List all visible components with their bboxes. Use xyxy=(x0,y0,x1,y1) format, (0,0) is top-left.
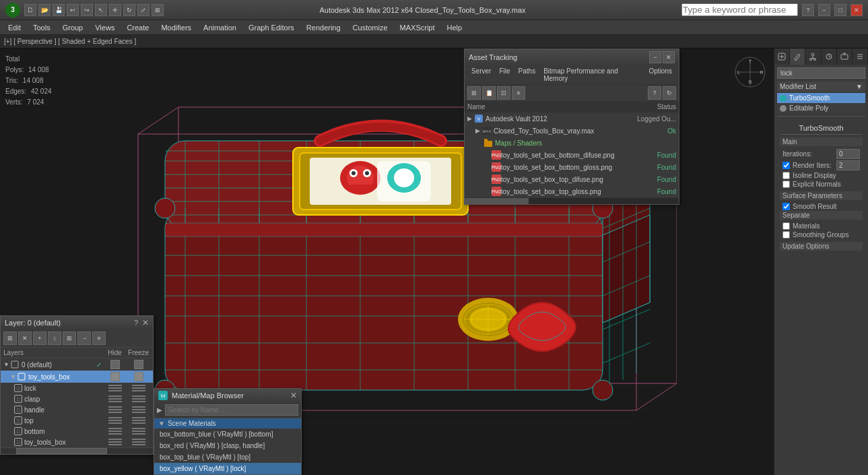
layer-hide-clasp[interactable] xyxy=(103,395,127,402)
rotate-icon[interactable]: ↻ xyxy=(123,4,135,16)
undo-icon[interactable]: ↩ xyxy=(67,4,79,16)
modifier-editable-poly[interactable]: Editable Poly xyxy=(777,103,865,113)
material-browser-close[interactable]: ✕ xyxy=(290,391,297,400)
minimize-button[interactable]: − xyxy=(818,4,830,16)
layer-freeze-ttb[interactable] xyxy=(127,372,150,381)
help-icon[interactable]: ? xyxy=(802,4,814,16)
menu-group[interactable]: Group xyxy=(57,22,89,33)
layer-add-btn[interactable]: + xyxy=(33,331,46,345)
menu-graph-editors[interactable]: Graph Editors xyxy=(243,22,300,33)
ts-isoline-check[interactable] xyxy=(782,172,790,179)
tab-modify[interactable] xyxy=(790,49,805,65)
ts-materials-check[interactable] xyxy=(782,222,790,230)
hide-box-default[interactable] xyxy=(110,360,120,369)
scale-icon[interactable]: ⤢ xyxy=(137,4,149,16)
layer-freeze-handle[interactable] xyxy=(127,406,150,413)
layer-delete-btn[interactable]: ✕ xyxy=(18,331,32,345)
layer-scrollbar-thumb[interactable] xyxy=(16,448,108,454)
layer-item-clasp[interactable]: □ clasp xyxy=(1,393,153,404)
at-item-vault[interactable]: ▶ V Autodesk Vault 2012 Logged Ou... xyxy=(465,113,679,125)
layer-item-ttb-obj[interactable]: □ toy_tools_box xyxy=(1,437,153,447)
tab-motion[interactable] xyxy=(822,49,837,65)
at-item-png-2[interactable]: PNG toy_tools_set_box_top_difuse.png Fou… xyxy=(465,173,679,185)
layer-dialog-help[interactable]: ? xyxy=(134,319,138,327)
layer-hide-lock[interactable] xyxy=(103,385,127,391)
layer-hide-bottom[interactable] xyxy=(103,428,127,435)
search-input[interactable] xyxy=(681,3,798,16)
at-btn-2[interactable]: 📋 xyxy=(482,86,496,100)
ts-smoothing-groups-check[interactable] xyxy=(782,231,790,239)
at-btn-3[interactable]: ⊡ xyxy=(497,86,510,100)
layer-hide-default[interactable] xyxy=(103,360,127,369)
close-button[interactable]: ✕ xyxy=(850,4,863,16)
at-btn-1[interactable]: ⊞ xyxy=(467,86,481,100)
layer-freeze-default[interactable] xyxy=(127,360,150,369)
layer-freeze-bottom[interactable] xyxy=(127,428,150,435)
freeze-box-ttb[interactable] xyxy=(134,372,143,381)
at-menu-options[interactable]: Options xyxy=(645,67,676,83)
layer-freeze-clasp[interactable] xyxy=(127,395,150,402)
modifier-turbosmooth[interactable]: TurboSmooth xyxy=(777,93,865,103)
new-file-icon[interactable]: 🗋 xyxy=(24,4,36,16)
menu-help[interactable]: Help xyxy=(442,22,468,33)
at-minimize-btn[interactable]: − xyxy=(649,51,661,63)
menu-views[interactable]: Views xyxy=(90,22,120,33)
select-icon[interactable]: ↖ xyxy=(95,4,107,16)
freeze-box-default[interactable] xyxy=(134,360,143,369)
layer-item-top[interactable]: □ top xyxy=(1,415,153,426)
layer-item-toy-tools-box[interactable]: ▼ toy_tools_box xyxy=(1,371,153,383)
layer-hide-ttb[interactable] xyxy=(103,372,127,381)
at-btn-help[interactable]: ? xyxy=(648,86,661,100)
asset-tracking-scrollbar[interactable] xyxy=(465,197,679,204)
at-close-btn[interactable]: ✕ xyxy=(663,51,675,63)
layer-dialog-close[interactable]: ✕ xyxy=(142,318,149,327)
move-icon[interactable]: ✛ xyxy=(109,4,121,16)
layer-select-obj-btn[interactable]: ↕ xyxy=(48,331,61,345)
layer-freeze-top[interactable] xyxy=(127,417,150,424)
material-search-input[interactable] xyxy=(165,404,298,416)
layer-item-lock[interactable]: □ lock xyxy=(1,383,153,393)
at-item-png-1[interactable]: PNG toy_tools_set_box_bottom_gloss.png F… xyxy=(465,161,679,173)
at-menu-paths[interactable]: Paths xyxy=(514,67,540,83)
tab-display[interactable] xyxy=(837,49,853,65)
layer-hide-handle[interactable] xyxy=(103,406,127,413)
menu-rendering[interactable]: Rendering xyxy=(301,22,346,33)
layer-item-default[interactable]: ▼ 0 (default) ✓ xyxy=(1,358,153,371)
open-file-icon[interactable]: 📂 xyxy=(38,4,51,16)
ts-iterations-input[interactable] xyxy=(836,149,860,159)
layer-select-all-btn[interactable]: ⊞ xyxy=(63,331,76,345)
tab-create[interactable] xyxy=(774,49,790,65)
save-icon[interactable]: 💾 xyxy=(53,4,65,16)
menu-maxscript[interactable]: MAXScript xyxy=(395,22,440,33)
ts-render-iters-input[interactable] xyxy=(836,160,860,170)
hide-box-ttb[interactable] xyxy=(110,372,120,381)
layer-props-btn[interactable]: ≡ xyxy=(92,331,106,345)
at-scrollbar-thumb[interactable] xyxy=(465,198,529,204)
tab-utilities[interactable] xyxy=(853,49,868,65)
tab-hierarchy[interactable] xyxy=(805,49,821,65)
menu-modifiers[interactable]: Modifiers xyxy=(156,22,197,33)
mat-item-0[interactable]: box_bottom_blue ( VRayMtl ) [bottom] xyxy=(154,429,301,440)
menu-customize[interactable]: Customize xyxy=(347,22,393,33)
menu-animation[interactable]: Animation xyxy=(198,22,242,33)
menu-create[interactable]: Create xyxy=(121,22,154,33)
menu-edit[interactable]: Edit xyxy=(3,22,26,33)
ts-render-iters-check[interactable] xyxy=(782,162,790,169)
mat-item-1[interactable]: box_red ( VRayMtl ) [clasp, handle] xyxy=(154,440,301,451)
menu-tools[interactable]: Tools xyxy=(28,22,56,33)
maximize-button[interactable]: □ xyxy=(834,4,846,16)
redo-icon[interactable]: ↪ xyxy=(81,4,93,16)
ts-smooth-result-check[interactable] xyxy=(782,203,790,210)
at-btn-refresh[interactable]: ↻ xyxy=(663,86,676,100)
at-item-max[interactable]: ▶ MAX Closed_Toy_Tools_Box_vray.max Ok xyxy=(465,125,679,137)
ref-coord-icon[interactable]: ⊞ xyxy=(152,4,164,16)
layer-item-handle[interactable]: □ handle xyxy=(1,404,153,415)
at-menu-server[interactable]: Server xyxy=(467,67,495,83)
layer-hide-ttb-obj[interactable] xyxy=(103,439,127,445)
at-menu-bitmap[interactable]: Bitmap Performance and Memory xyxy=(539,67,644,83)
modifier-search-input[interactable] xyxy=(777,67,865,79)
layer-horizontal-scrollbar[interactable] xyxy=(1,447,153,454)
at-item-png-3[interactable]: PNG toy_tools_set_box_top_gloss.png Foun… xyxy=(465,185,679,197)
layer-hide-top[interactable] xyxy=(103,417,127,424)
layer-freeze-ttb-obj[interactable] xyxy=(127,439,150,445)
